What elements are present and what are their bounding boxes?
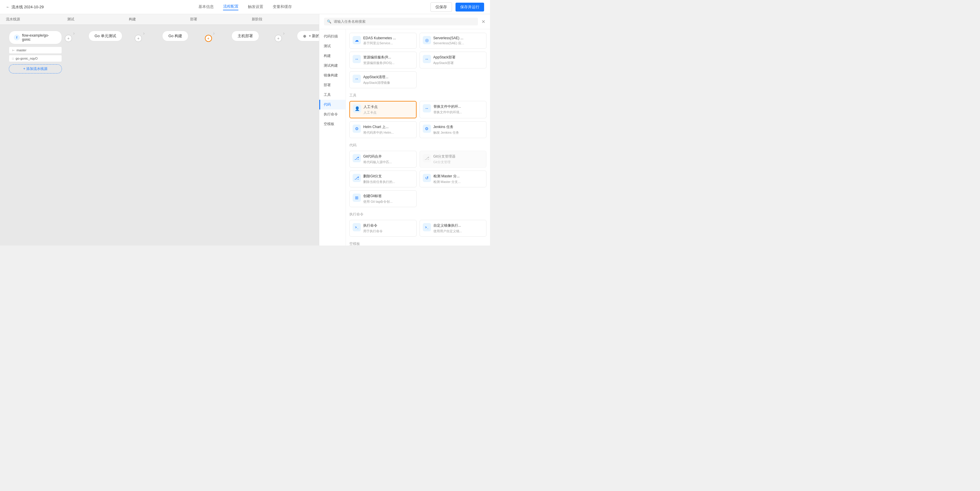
item-edas[interactable]: ☁ EDAS Kubernetes ... 基于阿里云Service... — [349, 33, 417, 49]
item-replace-file-icon: ↔ — [423, 104, 431, 112]
item-sae-desc: Serverless(SAE) 应... — [433, 41, 484, 45]
item-sae[interactable]: ◎ Serverless(SAE) ... Serverless(SAE) 应.… — [420, 33, 487, 49]
topbar-nav: 基本信息 流程配置 触发设置 变量和缓存 — [199, 4, 292, 10]
item-detect-master-desc: 检测 Master 分支... — [433, 180, 484, 184]
new-task-label: + 新的任务 — [309, 33, 319, 39]
deploy-task-label: 主机部署 — [238, 33, 253, 39]
category-tools[interactable]: 工具 — [319, 90, 345, 100]
item-delete-branch-name: 删除Git分支 — [363, 174, 414, 179]
connector-1: + — [65, 31, 72, 42]
category-test[interactable]: 测试 — [319, 41, 345, 51]
stage-headers: 流水线源 测试 构建 部署 新阶段 — [0, 14, 319, 25]
sub-item-master[interactable]: ⊢ master — [9, 46, 62, 54]
save-only-button[interactable]: 仅保存 — [430, 2, 452, 12]
category-image-build[interactable]: 镜像构建 — [319, 70, 345, 80]
build-task-label: Go 构建 — [169, 33, 182, 39]
back-button[interactable]: ← 流水线 2024-10-29 — [6, 5, 44, 10]
category-exec[interactable]: 执行命令 — [319, 110, 345, 119]
item-exec-cmd-icon: >_ — [353, 223, 361, 231]
category-build[interactable]: 构建 — [319, 51, 345, 61]
test-task-node[interactable]: Go 单元测试 — [88, 31, 123, 41]
stage-header-test: 测试 — [67, 17, 129, 22]
item-git-branch-mgr-desc: Git分支管理 — [433, 160, 484, 164]
item-ros[interactable]: ↔ 资源编排服务(R... 资源编排服务(ROS)... — [349, 52, 417, 69]
item-appstack-clean-info: AppStack清理... AppStack清理镜像 — [363, 75, 414, 85]
item-jenkins[interactable]: ⚙ Jenkins 任务 触发 Jenkins 任务 — [420, 121, 487, 138]
category-code-scan[interactable]: 代码扫描 — [319, 32, 345, 41]
nav-pipeline-config[interactable]: 流程配置 — [223, 4, 239, 10]
item-helm-chart-name: Helm Chart 上... — [363, 124, 414, 129]
item-delete-branch[interactable]: ⎇ 删除Git分支 删除当前任务执行的... — [349, 171, 417, 187]
item-exec-cmd-name: 执行命令 — [363, 223, 414, 228]
item-git-merge-name: Git代码合并 — [363, 154, 414, 159]
repo-icon: □ — [12, 57, 14, 60]
category-blank[interactable]: 空模板 — [319, 119, 345, 129]
nav-trigger-settings[interactable]: 触发设置 — [248, 4, 263, 10]
item-delete-branch-info: 删除Git分支 删除当前任务执行的... — [363, 174, 414, 184]
item-appstack-deploy[interactable]: ↔ AppStack部署 AppStack部署 — [420, 52, 487, 69]
add-source-button[interactable]: + 添加流水线源 — [9, 64, 62, 73]
items-grid: ☁ EDAS Kubernetes ... 基于阿里云Service... ◎ … — [346, 29, 490, 246]
section-title-blank: 空模板 — [349, 241, 487, 246]
stage-header-build: 构建 — [129, 17, 190, 22]
new-task-node[interactable]: ⊕ + 新的任务 — [297, 31, 319, 41]
save-run-button[interactable]: 保存并运行 — [455, 3, 484, 11]
item-replace-file[interactable]: ↔ 替换文件中的环... 替换文件中的环境... — [420, 101, 487, 118]
section-title-code: 代码 — [349, 143, 487, 148]
pipeline-title: 流水线 2024-10-29 — [11, 5, 44, 10]
main-layout: 流水线源 测试 构建 部署 新阶段 f flow-example/go-goni… — [0, 14, 490, 246]
item-replace-file-desc: 替换文件中的环境... — [433, 110, 484, 115]
build-row: Go 构建 — [162, 31, 188, 41]
category-test-build[interactable]: 测试构建 — [319, 61, 345, 70]
add-stage-btn-2[interactable]: + — [135, 35, 142, 42]
close-icon[interactable]: ✕ — [482, 19, 485, 24]
add-stage-btn-1[interactable]: + — [65, 35, 72, 42]
item-jenkins-icon: ⚙ — [423, 124, 431, 133]
search-input[interactable] — [334, 19, 475, 24]
item-edas-icon: ☁ — [353, 36, 361, 44]
nav-variables[interactable]: 变量和缓存 — [273, 4, 292, 10]
source-node[interactable]: f flow-example/go-gonic — [9, 31, 62, 44]
item-git-branch-mgr-info: Git分支管理器 Git分支管理 — [433, 154, 484, 164]
add-stage-btn-3[interactable]: + — [205, 35, 212, 42]
item-git-branch-mgr-icon: ⎇ — [423, 154, 431, 162]
item-ros-desc: 资源编排服务(ROS)... — [363, 61, 414, 65]
item-git-merge[interactable]: ⎇ Git代码合并 将代码输入源中匹... — [349, 151, 417, 167]
item-replace-file-name: 替换文件中的环... — [433, 104, 484, 109]
item-create-git-tag[interactable]: ⊞ 创建Git标签 使用 Git tag命令创... — [349, 190, 417, 207]
item-custom-image-desc: 使用用户自定义镜... — [433, 229, 484, 233]
item-exec-cmd[interactable]: >_ 执行命令 用于执行命令 — [349, 220, 417, 237]
panel-body: 代码扫描 测试 构建 测试构建 镜像构建 部署 工具 代码 执行命令 空模板 ☁ — [319, 29, 490, 246]
topbar-actions: 仅保存 保存并运行 — [430, 2, 484, 12]
item-create-git-tag-name: 创建Git标签 — [363, 194, 414, 199]
item-manual-gate[interactable]: 👤 人工卡点 人工卡点 — [349, 101, 417, 118]
item-helm-chart-info: Helm Chart 上... 将代码库中的 Helm... — [363, 124, 414, 135]
nav-basic-info[interactable]: 基本信息 — [199, 4, 214, 10]
item-helm-chart[interactable]: ⚙ Helm Chart 上... 将代码库中的 Helm... — [349, 121, 417, 138]
item-manual-gate-icon: 👤 — [353, 104, 361, 113]
item-detect-master[interactable]: ↺ 检测 Master 分... 检测 Master 分支... — [420, 171, 487, 187]
category-deploy[interactable]: 部署 — [319, 80, 345, 90]
back-icon: ← — [6, 5, 10, 9]
item-helm-chart-icon: ⚙ — [353, 124, 361, 133]
item-appstack-deploy-info: AppStack部署 AppStack部署 — [433, 55, 484, 65]
item-manual-gate-info: 人工卡点 人工卡点 — [364, 104, 413, 115]
build-task-node[interactable]: Go 构建 — [162, 31, 188, 41]
item-appstack-clean[interactable]: ↔ AppStack清理... AppStack清理镜像 — [349, 72, 417, 88]
item-git-branch-mgr[interactable]: ⎇ Git分支管理器 Git分支管理 — [420, 151, 487, 167]
add-stage-btn-4[interactable]: + — [275, 35, 282, 42]
item-edas-name: EDAS Kubernetes ... — [363, 36, 414, 40]
build-column: Go 构建 — [146, 31, 205, 41]
item-custom-image[interactable]: >_ 自定义镜像执行... 使用用户自定义镜... — [420, 220, 487, 237]
deploy-row: 主机部署 — [231, 31, 259, 41]
connector-2: + — [135, 31, 142, 42]
category-code[interactable]: 代码 — [319, 100, 345, 110]
sub-item-gogonic[interactable]: □ go-gonic_nqyO — [9, 55, 62, 62]
deploy-task-node[interactable]: 主机部署 — [231, 31, 259, 41]
panel-search-bar: 🔍 — [324, 18, 478, 26]
sub-item-master-label: master — [16, 48, 27, 52]
test-row: Go 单元测试 — [88, 31, 123, 41]
stage-header-deploy: 部署 — [190, 17, 251, 22]
connector-4: + — [275, 31, 282, 42]
item-helm-chart-desc: 将代码库中的 Helm... — [363, 131, 414, 135]
